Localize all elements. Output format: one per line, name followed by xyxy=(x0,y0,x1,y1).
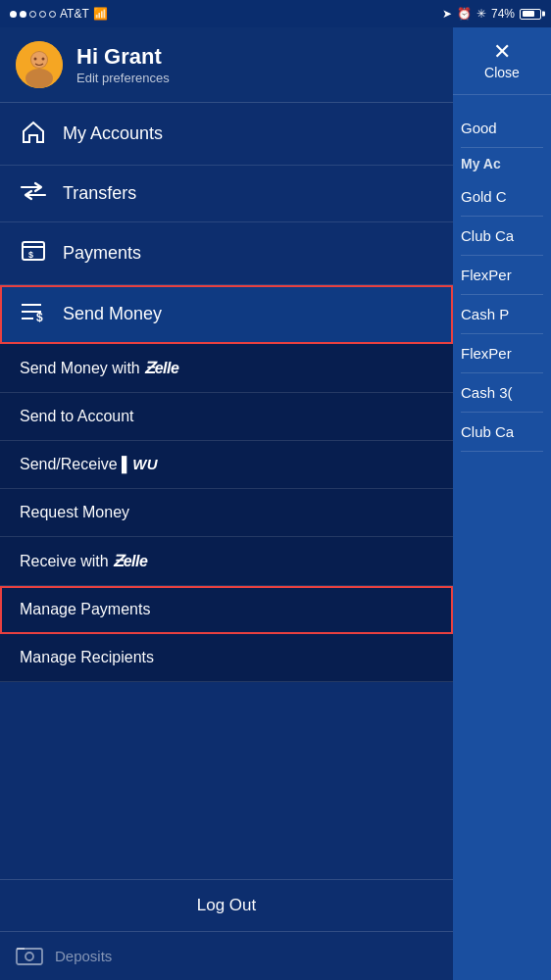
manage-payments-text: Manage Payments xyxy=(20,601,150,617)
battery-icon xyxy=(520,9,541,20)
close-button[interactable]: ✕ Close xyxy=(453,27,551,95)
alarm-icon: ⏰ xyxy=(457,7,472,21)
status-left: AT&T 📶 xyxy=(10,7,108,21)
dot3 xyxy=(29,11,36,18)
sub-item-manage-recipients[interactable]: Manage Recipients xyxy=(0,634,453,682)
send-money-label: Send Money xyxy=(63,304,162,324)
panel-content: Good My Ac Gold C Club Ca FlexPer Cash P… xyxy=(453,95,551,466)
user-header[interactable]: Hi Grant Edit preferences xyxy=(0,27,453,103)
deposits-icon xyxy=(16,944,43,968)
payments-icon: $ xyxy=(20,238,47,269)
user-info: Hi Grant Edit preferences xyxy=(76,44,170,84)
panel-row-4: FlexPer xyxy=(461,334,543,373)
dot5 xyxy=(49,11,56,18)
transfers-label: Transfers xyxy=(63,183,136,204)
sidebar: Hi Grant Edit preferences My Accounts Tr… xyxy=(0,27,453,980)
dot2 xyxy=(20,11,26,18)
main-layout: Hi Grant Edit preferences My Accounts Tr… xyxy=(0,27,551,980)
user-greeting: Hi Grant xyxy=(76,44,170,70)
status-right: ➤ ⏰ ✳ 74% xyxy=(442,7,541,21)
transfers-icon xyxy=(20,181,47,206)
wu-brand: ▌WU xyxy=(122,456,158,472)
request-money-text: Request Money xyxy=(20,504,129,520)
send-money-zelle-text: Send Money with Ƶelle xyxy=(20,360,178,376)
panel-row-6: Club Ca xyxy=(461,413,543,452)
sub-item-request-money[interactable]: Request Money xyxy=(0,489,453,537)
avatar xyxy=(16,41,63,88)
panel-row-1: Club Ca xyxy=(461,217,543,256)
signal-dots xyxy=(10,11,56,18)
edit-preferences[interactable]: Edit preferences xyxy=(76,71,170,85)
sub-item-send-to-account[interactable]: Send to Account xyxy=(0,393,453,441)
close-x-icon: ✕ xyxy=(493,41,511,63)
panel-accounts-title: My Ac xyxy=(461,156,543,172)
svg-point-14 xyxy=(25,953,33,960)
nav-item-transfers[interactable]: Transfers xyxy=(0,166,453,222)
deposits-bar[interactable]: Deposits xyxy=(0,931,453,980)
sub-item-receive-zelle[interactable]: Receive with Ƶelle xyxy=(0,537,453,586)
close-label: Close xyxy=(484,65,520,80)
nav-item-payments[interactable]: $ Payments xyxy=(0,222,453,285)
dot4 xyxy=(39,11,46,18)
send-to-account-text: Send to Account xyxy=(20,408,134,424)
battery-percent: 74% xyxy=(491,7,515,21)
wifi-icon: 📶 xyxy=(93,7,108,21)
receive-zelle-text: Receive with Ƶelle xyxy=(20,553,147,569)
logout-button[interactable]: Log Out xyxy=(0,880,453,931)
svg-text:$: $ xyxy=(28,250,33,260)
svg-rect-13 xyxy=(17,949,42,964)
send-money-icon: $ xyxy=(20,301,47,327)
battery-fill xyxy=(523,11,535,17)
sub-item-send-money-zelle[interactable]: Send Money with Ƶelle xyxy=(0,344,453,393)
nav-item-my-accounts[interactable]: My Accounts xyxy=(0,103,453,166)
home-icon xyxy=(20,119,47,149)
svg-text:$: $ xyxy=(36,311,43,322)
zelle-brand-1: Ƶelle xyxy=(144,360,178,376)
bluetooth-icon: ✳ xyxy=(476,7,486,21)
sub-item-manage-payments[interactable]: Manage Payments xyxy=(0,586,453,634)
location-icon: ➤ xyxy=(442,7,452,21)
right-panel: ✕ Close Good My Ac Gold C Club Ca FlexPe… xyxy=(453,27,551,980)
dot1 xyxy=(10,11,17,18)
svg-point-4 xyxy=(34,58,37,61)
status-bar: AT&T 📶 ➤ ⏰ ✳ 74% xyxy=(0,0,551,27)
panel-row-0: Gold C xyxy=(461,177,543,217)
zelle-brand-2: Ƶelle xyxy=(113,553,147,569)
panel-row-3: Cash P xyxy=(461,295,543,334)
sub-item-send-receive-wu[interactable]: Send/Receive ▌WU xyxy=(0,441,453,489)
manage-recipients-text: Manage Recipients xyxy=(20,649,154,665)
sidebar-footer: Log Out Deposits xyxy=(0,879,453,980)
svg-point-2 xyxy=(25,69,53,88)
deposits-label: Deposits xyxy=(55,948,112,964)
payments-label: Payments xyxy=(63,243,141,264)
panel-greeting: Good xyxy=(461,109,543,148)
send-receive-wu-text: Send/Receive ▌WU xyxy=(20,456,158,472)
panel-row-2: FlexPer xyxy=(461,256,543,295)
svg-point-5 xyxy=(42,58,45,61)
my-accounts-label: My Accounts xyxy=(63,123,163,144)
carrier-label: AT&T xyxy=(60,7,89,21)
panel-row-5: Cash 3( xyxy=(461,373,543,413)
nav-item-send-money[interactable]: $ Send Money xyxy=(0,285,453,344)
